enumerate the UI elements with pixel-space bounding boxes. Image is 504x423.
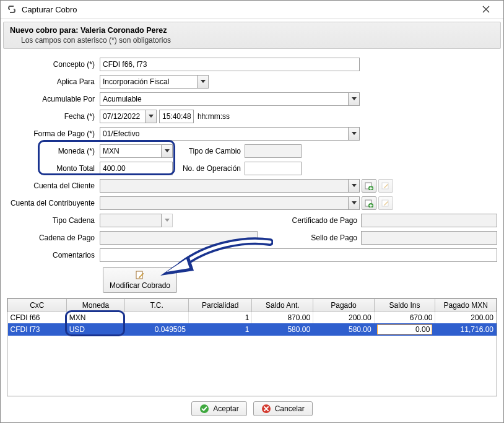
label-concepto: Concepto (*) [7, 60, 100, 69]
label-forma-pago: Forma de Pago (*) [7, 129, 100, 138]
label-tipo-cambio: Tipo de Cambio [179, 147, 241, 155]
cuenta-cliente-add-button[interactable] [362, 179, 376, 193]
modificar-cobrado-label: Modificar Cobrado [110, 281, 170, 290]
col-parcialidad[interactable]: Parcialidad [188, 299, 252, 312]
certificado-pago-input [361, 214, 497, 227]
tipo-cambio-input [245, 144, 302, 158]
header-title-prefix: Nuevo cobro para: [10, 26, 80, 35]
col-saldo-ant[interactable]: Saldo Ant. [252, 299, 313, 312]
moneda-dropdown[interactable] [162, 144, 173, 158]
acumulable-por-value[interactable] [100, 92, 349, 106]
cuenta-cliente-combo[interactable] [100, 179, 360, 193]
col-pagado[interactable]: Pagado [313, 299, 375, 312]
forma-pago-value[interactable] [100, 127, 349, 141]
sello-pago-input [361, 231, 497, 245]
acumulable-por-combo[interactable] [100, 92, 360, 106]
cuenta-contribuyente-add-button[interactable] [362, 196, 376, 210]
moneda-value[interactable] [100, 144, 162, 158]
cancel-label: Cancelar [275, 404, 305, 413]
table-row[interactable]: CFDI f66MXN1870.00200.00670.00200.00 [8, 312, 497, 323]
svg-rect-2 [382, 183, 388, 189]
label-comentarios: Comentarios [7, 251, 100, 259]
forma-pago-dropdown[interactable] [349, 127, 360, 141]
no-operacion-input[interactable] [245, 162, 302, 175]
header-subtitle: Los campos con asterisco (*) son obligat… [21, 36, 494, 45]
aplica-para-dropdown[interactable] [198, 75, 209, 89]
header-customer-name: Valeria Coronado Perez [80, 26, 167, 35]
hora-hint: hh:mm:ss [198, 112, 230, 121]
label-certificado-pago: Certificado de Pago [292, 216, 357, 225]
label-monto-total: Monto Total [7, 164, 100, 173]
fecha-picker[interactable] [100, 110, 157, 123]
col-cxc[interactable]: CxC [8, 299, 67, 312]
cuenta-contribuyente-combo[interactable] [100, 196, 360, 210]
modificar-cobrado-button[interactable]: Modificar Cobrado [103, 267, 177, 293]
cuenta-cliente-value[interactable] [100, 179, 349, 193]
table-header-row: CxC Moneda T.C. Parcialidad Saldo Ant. P… [8, 299, 497, 312]
header-panel: Nuevo cobro para: Valeria Coronado Perez… [3, 22, 501, 49]
label-sello-pago: Sello de Pago [311, 233, 357, 242]
acumulable-por-dropdown[interactable] [349, 92, 360, 106]
label-cuenta-cliente: Cuenta del Cliente [7, 181, 100, 190]
check-icon [199, 404, 209, 414]
cuenta-cliente-edit-button [378, 179, 393, 193]
forma-pago-combo[interactable] [100, 127, 360, 141]
tipo-cadena-dropdown[interactable] [162, 214, 173, 227]
label-no-operacion: No. de Operación [179, 164, 241, 173]
tipo-cadena-value[interactable] [100, 214, 162, 227]
col-moneda[interactable]: Moneda [66, 299, 125, 312]
accept-button[interactable]: Aceptar [191, 401, 246, 416]
monto-total-input[interactable] [100, 162, 173, 175]
label-tipo-cadena: Tipo Cadena [7, 216, 100, 225]
cuenta-contribuyente-value[interactable] [100, 196, 349, 210]
cuenta-contribuyente-edit-button [378, 196, 393, 210]
col-pagado-mxn[interactable]: Pagado MXN [435, 299, 497, 312]
label-fecha: Fecha (*) [7, 112, 100, 121]
x-icon [261, 404, 271, 414]
aplica-para-combo[interactable] [100, 75, 209, 89]
app-icon [7, 4, 17, 14]
comentarios-input[interactable] [100, 248, 497, 262]
cuenta-cliente-dropdown[interactable] [349, 179, 360, 193]
aplica-para-value[interactable] [100, 75, 198, 89]
accept-label: Aceptar [213, 404, 238, 413]
col-saldo-ins[interactable]: Saldo Ins [374, 299, 435, 312]
fecha-dropdown[interactable] [146, 110, 157, 123]
cadena-pago-input [100, 231, 258, 245]
label-moneda: Moneda (*) [7, 147, 100, 155]
window-title: Capturar Cobro [22, 5, 474, 14]
table-row[interactable]: CFDI f73USD0.0495051580.00580.000.0011,7… [8, 323, 497, 336]
fecha-input[interactable] [100, 110, 146, 123]
form-area: Concepto (*) Aplica Para Acumulable Por … [1, 51, 503, 298]
cuenta-contribuyente-dropdown[interactable] [349, 196, 360, 210]
label-cadena-pago: Cadena de Pago [7, 233, 100, 242]
label-aplica-para: Aplica Para [7, 77, 100, 86]
edit-doc-icon [135, 270, 145, 280]
label-cuenta-contribuyente: Cuenta del Contribuyente [7, 199, 100, 207]
label-acumulable-por: Acumulable Por [7, 95, 100, 103]
moneda-combo[interactable] [100, 144, 173, 158]
payments-table[interactable]: CxC Moneda T.C. Parcialidad Saldo Ant. P… [7, 298, 497, 396]
tipo-cadena-combo[interactable] [100, 214, 173, 227]
hora-input[interactable] [159, 110, 194, 123]
cancel-button[interactable]: Cancelar [253, 401, 313, 416]
col-tc[interactable]: T.C. [125, 299, 189, 312]
close-button[interactable] [474, 2, 498, 17]
concepto-input[interactable] [100, 58, 360, 71]
svg-rect-5 [382, 200, 388, 206]
titlebar: Capturar Cobro [1, 1, 503, 19]
dialog-footer: Aceptar Cancelar [1, 396, 503, 422]
